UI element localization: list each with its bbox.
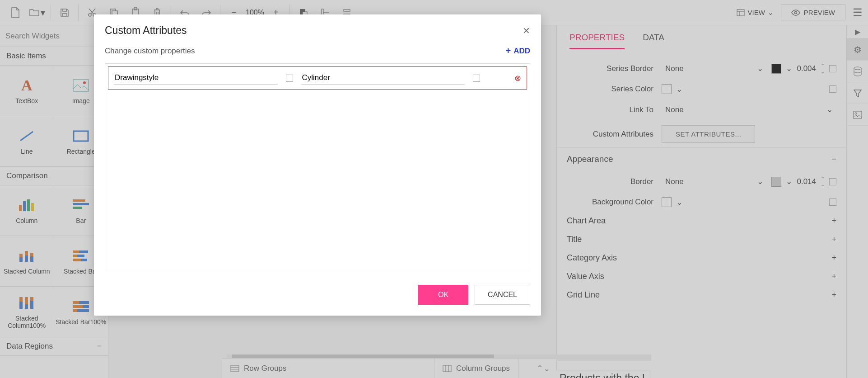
attributes-table: ⊗ <box>105 63 530 271</box>
attribute-name-input[interactable] <box>114 71 278 85</box>
custom-attributes-dialog: Custom Attributes ✕ Change custom proper… <box>94 14 541 316</box>
add-attribute-button[interactable]: +ADD <box>505 46 530 56</box>
delete-row-icon[interactable]: ⊗ <box>514 73 521 83</box>
attribute-value-input[interactable] <box>301 71 465 85</box>
dialog-title: Custom Attributes <box>105 24 187 37</box>
cancel-button[interactable]: CANCEL <box>475 285 530 305</box>
attribute-name-checkbox[interactable] <box>286 75 293 82</box>
attribute-value-checkbox[interactable] <box>473 75 480 82</box>
dialog-subtitle: Change custom properties <box>105 47 195 56</box>
ok-button[interactable]: OK <box>418 285 468 305</box>
close-icon[interactable]: ✕ <box>523 25 530 36</box>
attribute-row: ⊗ <box>108 66 527 90</box>
